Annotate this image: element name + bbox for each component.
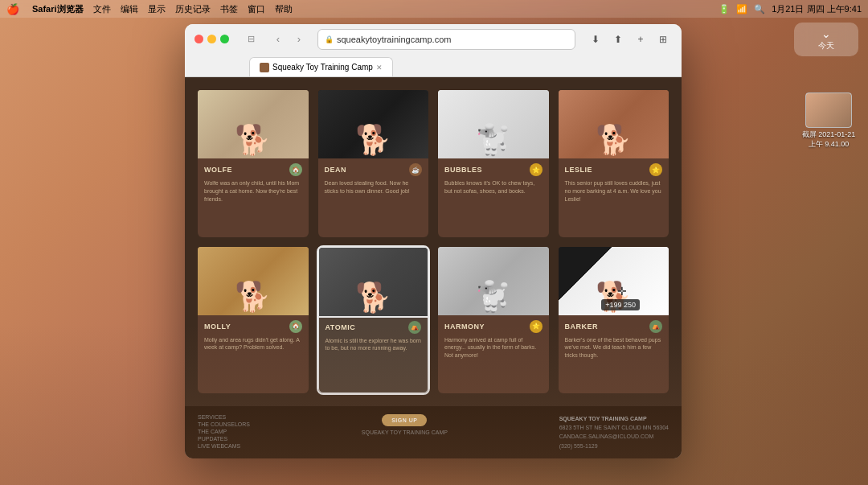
dog-card-body-leslie: LESLIE ⭐ This senior pup still loves cud… xyxy=(559,158,669,237)
dog-photo-harmony: 🐩 xyxy=(438,247,549,315)
dog-badge-bubbles: ⭐ xyxy=(530,163,542,176)
desktop-screenshot-icon[interactable]: 截屏 2021-01-21 上午 9.41.00 xyxy=(800,92,857,149)
menu-view[interactable]: 显示 xyxy=(148,3,166,15)
dog-name-wolfe: WOLFE xyxy=(204,166,232,174)
browser-titlebar: ⊟ ‹ › 🔒 squeakytoytrainingcamp.com ⬇ ⬆ +… xyxy=(185,24,682,54)
menu-history[interactable]: 历史记录 xyxy=(175,3,211,15)
tab-overview-button[interactable]: ⊞ xyxy=(654,31,672,48)
minimize-button[interactable] xyxy=(207,35,216,43)
search-icon[interactable]: 🔍 xyxy=(754,4,765,14)
close-button[interactable] xyxy=(194,35,203,43)
dog-name-dean: DEAN xyxy=(325,166,347,174)
tab-close-button[interactable]: ✕ xyxy=(376,64,383,72)
dog-photo-dean: 🐕 xyxy=(318,90,429,158)
menu-window[interactable]: 窗口 xyxy=(248,3,265,15)
dog-desc-bubbles: Bubbles knows it's OK to chew toys, but … xyxy=(444,179,542,195)
lock-icon: 🔒 xyxy=(325,35,334,43)
menu-edit[interactable]: 编辑 xyxy=(121,3,138,15)
desktop: 🍎 Safari浏览器 文件 编辑 显示 历史记录 书签 窗口 帮助 🔋 📶 🔍… xyxy=(0,0,868,485)
desktop-bg-shape xyxy=(0,324,868,485)
dog-photo-barker: 🐕 xyxy=(559,247,669,315)
sidebar-toggle-button[interactable]: ⊟ xyxy=(242,31,260,48)
menu-help[interactable]: 帮助 xyxy=(275,3,293,15)
clock: 1月21日 周四 上午9:41 xyxy=(772,3,862,15)
dog-photo-bubbles: 🐩 xyxy=(438,90,549,158)
app-name[interactable]: Safari浏览器 xyxy=(32,3,84,15)
url-text: squeakytoytrainingcamp.com xyxy=(337,35,451,44)
dog-badge-wolfe: 🏠 xyxy=(289,163,302,176)
browser-actions: ⬇ ⬆ + ⊞ xyxy=(587,31,672,48)
chevron-down-icon: ⌄ xyxy=(800,27,852,40)
download-button[interactable]: ⬇ xyxy=(587,31,604,48)
address-bar[interactable]: 🔒 squeakytoytrainingcamp.com xyxy=(317,29,575,50)
menu-file[interactable]: 文件 xyxy=(93,3,111,15)
screenshot-label: 截屏 2021-01-21 上午 9.41.00 xyxy=(800,130,857,149)
dog-photo-wolfe: 🐕 xyxy=(198,90,309,158)
dog-desc-wolfe: Wolfe was an only child, until his Mom b… xyxy=(204,179,302,203)
tab-favicon-icon xyxy=(260,63,269,72)
browser-navigation: ‹ › xyxy=(269,31,308,48)
dog-name-bubbles: BUBBLES xyxy=(444,166,482,174)
dog-photo-molly: 🐕 xyxy=(198,247,309,315)
dog-desc-leslie: This senior pup still loves cuddles, jus… xyxy=(565,179,663,203)
battery-icon: 🔋 xyxy=(719,4,730,14)
dog-card-body-wolfe: WOLFE 🏠 Wolfe was an only child, until h… xyxy=(198,158,309,237)
dog-card-bubbles[interactable]: 🐩 BUBBLES ⭐ Bubbles knows it's OK to che… xyxy=(438,90,549,237)
maximize-button[interactable] xyxy=(220,35,229,43)
active-tab[interactable]: Squeaky Toy Training Camp ✕ xyxy=(249,57,393,76)
menubar: 🍎 Safari浏览器 文件 编辑 显示 历史记录 书签 窗口 帮助 🔋 📶 🔍… xyxy=(0,0,868,18)
notification-widget[interactable]: ⌄ 今天 xyxy=(794,23,858,56)
dog-photo-atomic: 🐕 xyxy=(319,248,428,316)
browser-chrome: ⊟ ‹ › 🔒 squeakytoytrainingcamp.com ⬇ ⬆ +… xyxy=(185,24,682,77)
dog-card-leslie[interactable]: 🐕 LESLIE ⭐ This senior pup still loves c… xyxy=(559,90,669,237)
wifi-icon: 📶 xyxy=(736,4,747,14)
tab-label: Squeaky Toy Training Camp xyxy=(272,63,373,72)
traffic-lights xyxy=(194,35,229,43)
apple-logo-icon[interactable]: 🍎 xyxy=(6,3,19,15)
notification-label: 今天 xyxy=(818,41,834,50)
dog-badge-leslie: ⭐ xyxy=(649,163,662,176)
browser-tabs: Squeaky Toy Training Camp ✕ xyxy=(185,54,682,76)
share-button[interactable]: ⬆ xyxy=(609,31,627,48)
new-tab-button[interactable]: + xyxy=(632,31,649,48)
back-button[interactable]: ‹ xyxy=(269,31,287,48)
dog-photo-leslie: 🐕 xyxy=(559,90,669,158)
menu-bookmarks[interactable]: 书签 xyxy=(220,3,238,15)
dog-card-wolfe[interactable]: 🐕 WOLFE 🏠 Wolfe was an only child, until… xyxy=(198,90,309,237)
dog-card-dean[interactable]: 🐕 DEAN ☕ Dean loved stealing food. Now h… xyxy=(318,90,429,237)
dog-card-body-dean: DEAN ☕ Dean loved stealing food. Now he … xyxy=(318,158,429,237)
dog-badge-dean: ☕ xyxy=(409,163,422,176)
forward-button[interactable]: › xyxy=(290,31,308,48)
dog-name-leslie: LESLIE xyxy=(565,166,593,174)
screenshot-thumbnail xyxy=(805,92,852,128)
dog-card-body-bubbles: BUBBLES ⭐ Bubbles knows it's OK to chew … xyxy=(438,158,549,237)
dog-desc-dean: Dean loved stealing food. Now he sticks … xyxy=(325,179,423,195)
